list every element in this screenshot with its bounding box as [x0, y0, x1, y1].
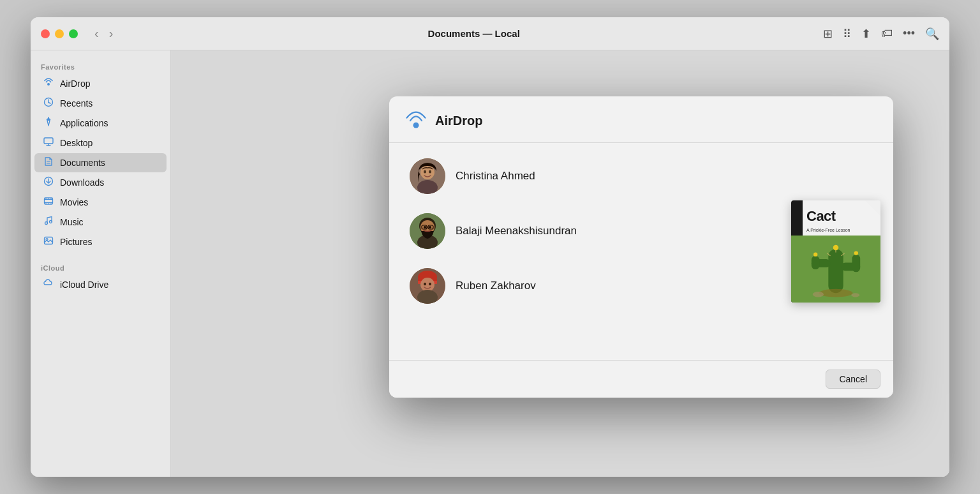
contact-item-ruben[interactable]: Ruben Zakharov	[394, 259, 773, 313]
dialog-title: AirDrop	[435, 114, 482, 128]
minimize-button[interactable]	[55, 29, 64, 38]
sidebar-item-label-airdrop: AirDrop	[60, 79, 90, 89]
desktop-icon	[42, 137, 55, 149]
share-icon[interactable]: ⬆	[861, 27, 871, 41]
svg-point-0	[47, 83, 50, 86]
preview-thumbnail: Cact A Prickle-Free Lesson	[791, 200, 880, 303]
svg-rect-53	[852, 255, 860, 273]
documents-icon	[42, 156, 55, 169]
sidebar-item-label-icloud-drive: iCloud Drive	[60, 280, 108, 290]
group-icon[interactable]: ⠿	[843, 27, 851, 41]
svg-point-29	[429, 170, 431, 174]
dialog-body: Christina Ahmed	[389, 143, 893, 360]
svg-rect-49	[828, 249, 843, 293]
close-button[interactable]	[41, 29, 50, 38]
sidebar-item-label-applications: Applications	[60, 118, 108, 128]
svg-point-46	[429, 283, 431, 285]
sidebar-item-downloads[interactable]: Downloads	[34, 173, 167, 192]
svg-point-23	[46, 239, 48, 241]
window-title: Documents — Local	[124, 28, 823, 39]
applications-icon	[42, 117, 55, 130]
sidebar-item-movies[interactable]: Movies	[34, 193, 167, 212]
dialog-footer: Cancel	[389, 360, 893, 398]
svg-point-59	[854, 251, 858, 255]
contact-item-balaji[interactable]: Balaji Meenakshisundran	[394, 204, 773, 258]
cancel-button[interactable]: Cancel	[826, 370, 880, 389]
recents-icon	[42, 97, 55, 110]
file-preview: Cact A Prickle-Free Lesson	[778, 143, 893, 360]
icloud-section-label: iCloud	[31, 259, 170, 274]
avatar-ruben	[410, 268, 445, 304]
sidebar-item-label-desktop: Desktop	[60, 138, 93, 148]
sidebar-item-label-documents: Documents	[60, 158, 105, 168]
svg-rect-4	[44, 138, 53, 144]
downloads-icon	[42, 176, 55, 189]
svg-point-20	[45, 222, 48, 225]
forward-button[interactable]: ›	[105, 25, 117, 42]
maximize-button[interactable]	[69, 29, 78, 38]
svg-point-28	[424, 170, 426, 174]
contact-item-christina[interactable]: Christina Ahmed	[394, 149, 773, 203]
cactus-cover-title: Cact	[791, 200, 880, 227]
sidebar-item-label-downloads: Downloads	[60, 177, 104, 188]
svg-rect-51	[812, 256, 820, 269]
finder-window: ‹ › Documents — Local ⊞ ⠿ ⬆ 🏷 ••• 🔍 Favo…	[31, 17, 949, 477]
sidebar-item-label-movies: Movies	[60, 197, 88, 207]
airdrop-dialog-icon	[405, 109, 427, 132]
svg-point-24	[413, 123, 419, 128]
contact-name-ruben: Ruben Zakharov	[456, 280, 536, 292]
sidebar-item-label-recents: Recents	[60, 98, 93, 109]
svg-point-58	[813, 253, 817, 257]
svg-point-61	[813, 292, 824, 297]
traffic-lights	[41, 29, 78, 38]
tag-icon[interactable]: 🏷	[881, 27, 893, 40]
sidebar-item-pictures[interactable]: Pictures	[34, 232, 167, 251]
search-icon[interactable]: 🔍	[925, 27, 939, 41]
sidebar-item-music[interactable]: Music	[34, 213, 167, 232]
music-icon	[42, 216, 55, 228]
cactus-image-area	[791, 236, 880, 303]
sidebar-item-airdrop[interactable]: AirDrop	[34, 74, 167, 93]
toolbar-actions: ⊞ ⠿ ⬆ 🏷 ••• 🔍	[823, 27, 939, 41]
nav-buttons: ‹ ›	[91, 25, 117, 42]
svg-point-57	[833, 245, 838, 250]
svg-point-21	[50, 221, 52, 223]
back-button[interactable]: ‹	[91, 25, 103, 42]
contact-list: Christina Ahmed	[389, 143, 778, 360]
movies-icon	[42, 196, 55, 209]
sidebar-item-label-pictures: Pictures	[60, 237, 93, 247]
svg-point-62	[851, 293, 859, 297]
title-bar: ‹ › Documents — Local ⊞ ⠿ ⬆ 🏷 ••• 🔍	[31, 17, 949, 50]
svg-point-36	[429, 226, 431, 228]
avatar-christina	[410, 158, 445, 194]
sidebar-item-applications[interactable]: Applications	[34, 114, 167, 133]
dialog-header: AirDrop	[389, 96, 893, 143]
svg-point-60	[819, 289, 852, 297]
contact-name-balaji: Balaji Meenakshisundran	[456, 225, 577, 237]
sidebar-item-desktop[interactable]: Desktop	[34, 133, 167, 153]
sidebar-item-label-music: Music	[60, 217, 84, 227]
svg-line-3	[48, 103, 50, 104]
airdrop-sidebar-icon	[42, 77, 55, 90]
sidebar: Favorites AirDrop	[31, 50, 171, 477]
avatar-balaji	[410, 213, 445, 249]
sidebar-item-icloud-drive[interactable]: iCloud Drive	[34, 275, 167, 294]
airdrop-dialog: AirDrop	[389, 96, 893, 398]
contact-name-christina: Christina Ahmed	[456, 170, 535, 183]
icloud-drive-icon	[42, 278, 55, 291]
svg-point-45	[424, 283, 426, 285]
pictures-icon	[42, 236, 55, 248]
view-icon[interactable]: ⊞	[823, 27, 833, 41]
svg-point-44	[420, 278, 434, 292]
cactus-cover-subtitle: A Prickle-Free Lesson	[791, 227, 880, 236]
sidebar-item-recents[interactable]: Recents	[34, 94, 167, 113]
more-icon[interactable]: •••	[903, 27, 915, 40]
favorites-section-label: Favorites	[31, 58, 170, 73]
svg-point-35	[424, 226, 426, 228]
sidebar-item-documents[interactable]: Documents	[34, 153, 167, 172]
